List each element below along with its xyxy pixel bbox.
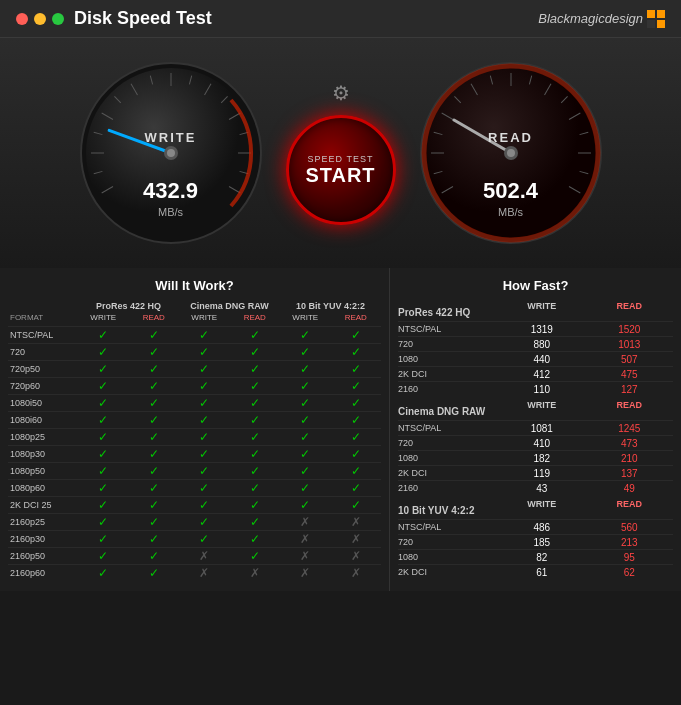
right-col-read-header: READ — [586, 499, 674, 518]
write-gauge: WRITE 432.9 MB/s — [76, 58, 266, 248]
check-yes-icon: ✓ — [250, 464, 260, 478]
minimize-button[interactable] — [34, 13, 46, 25]
check-cell: ✓ — [230, 430, 281, 444]
check-cell: ✓ — [129, 498, 180, 512]
close-button[interactable] — [16, 13, 28, 25]
check-cell: ✓ — [129, 379, 180, 393]
check-yes-icon: ✓ — [149, 566, 159, 580]
check-cell: ✓ — [230, 447, 281, 461]
check-no-icon: ✗ — [351, 532, 361, 546]
check-cell: ✓ — [331, 481, 382, 495]
check-yes-icon: ✓ — [351, 328, 361, 342]
check-cell: ✓ — [129, 566, 180, 580]
check-yes-icon: ✓ — [149, 413, 159, 427]
check-cell: ✓ — [179, 328, 230, 342]
check-cell: ✗ — [331, 549, 382, 563]
check-cell: ✗ — [179, 566, 230, 580]
check-yes-icon: ✓ — [98, 345, 108, 359]
brand-icon — [647, 10, 665, 28]
check-cell: ✗ — [179, 549, 230, 563]
right-table-row: 1080440507 — [398, 351, 673, 366]
check-cell: ✓ — [230, 515, 281, 529]
check-yes-icon: ✓ — [250, 549, 260, 563]
settings-icon[interactable]: ⚙ — [332, 81, 350, 105]
right-row-read: 475 — [586, 369, 674, 380]
check-no-icon: ✗ — [199, 566, 209, 580]
right-row-read: 137 — [586, 468, 674, 479]
check-yes-icon: ✓ — [351, 447, 361, 461]
right-col-read-header: READ — [586, 301, 674, 320]
read-gauge: READ 502.4 MB/s — [416, 58, 606, 248]
check-yes-icon: ✓ — [250, 328, 260, 342]
read-gauge-svg — [416, 58, 606, 248]
check-cell: ✓ — [230, 362, 281, 376]
check-yes-icon: ✓ — [199, 481, 209, 495]
check-yes-icon: ✓ — [300, 396, 310, 410]
table-row: NTSC/PAL✓✓✓✓✓✓ — [8, 326, 381, 343]
check-yes-icon: ✓ — [199, 430, 209, 444]
right-row-label: 2160 — [398, 384, 498, 394]
check-cell: ✓ — [230, 498, 281, 512]
check-cell: ✓ — [78, 430, 129, 444]
check-cell: ✓ — [331, 328, 382, 342]
check-cell: ✓ — [230, 549, 281, 563]
right-row-label: 2K DCI — [398, 468, 498, 478]
check-cell: ✓ — [129, 464, 180, 478]
check-yes-icon: ✓ — [250, 447, 260, 461]
check-cell: ✓ — [179, 498, 230, 512]
check-cell: ✓ — [331, 345, 382, 359]
check-yes-icon: ✓ — [98, 430, 108, 444]
start-button[interactable]: SPEED TEST START — [286, 115, 396, 225]
right-group-label: ProRes 422 HQ — [398, 307, 498, 318]
check-yes-icon: ✓ — [250, 498, 260, 512]
check-yes-icon: ✓ — [149, 396, 159, 410]
right-row-read: 507 — [586, 354, 674, 365]
right-table-row: NTSC/PAL10811245 — [398, 420, 673, 435]
right-table-row: 1080182210 — [398, 450, 673, 465]
right-group-header: 10 Bit YUV 4:2:2WRITEREAD — [398, 499, 673, 518]
check-cell: ✓ — [78, 532, 129, 546]
right-row-label: 720 — [398, 339, 498, 349]
check-cell: ✓ — [179, 464, 230, 478]
check-cell: ✓ — [280, 430, 331, 444]
check-yes-icon: ✓ — [98, 566, 108, 580]
maximize-button[interactable] — [52, 13, 64, 25]
check-yes-icon: ✓ — [300, 430, 310, 444]
check-yes-icon: ✓ — [250, 396, 260, 410]
left-table: Will It Work? ProRes 422 HQ Cinema DNG R… — [0, 268, 390, 591]
table-row: 1080p30✓✓✓✓✓✓ — [8, 445, 381, 462]
table-row: 1080i60✓✓✓✓✓✓ — [8, 411, 381, 428]
check-cell: ✓ — [179, 447, 230, 461]
check-cell: ✓ — [129, 532, 180, 546]
table-row: 1080p25✓✓✓✓✓✓ — [8, 428, 381, 445]
right-row-write: 185 — [498, 537, 586, 548]
right-col-write-header: WRITE — [498, 301, 586, 320]
app-title: Disk Speed Test — [74, 8, 212, 29]
svg-point-21 — [167, 149, 175, 157]
check-no-icon: ✗ — [351, 549, 361, 563]
check-cell: ✓ — [179, 413, 230, 427]
check-yes-icon: ✓ — [98, 532, 108, 546]
check-yes-icon: ✓ — [199, 345, 209, 359]
check-yes-icon: ✓ — [199, 532, 209, 546]
right-row-label: 1080 — [398, 552, 498, 562]
check-cell: ✓ — [331, 464, 382, 478]
right-row-read: 473 — [586, 438, 674, 449]
check-yes-icon: ✓ — [149, 549, 159, 563]
format-cell: 1080p60 — [8, 483, 78, 493]
left-group1: ProRes 422 HQ — [78, 301, 179, 311]
check-yes-icon: ✓ — [98, 362, 108, 376]
check-yes-icon: ✓ — [351, 379, 361, 393]
check-yes-icon: ✓ — [250, 515, 260, 529]
check-yes-icon: ✓ — [149, 447, 159, 461]
table-row: 1080p50✓✓✓✓✓✓ — [8, 462, 381, 479]
format-cell: 720p60 — [8, 381, 78, 391]
check-cell: ✓ — [129, 345, 180, 359]
check-cell: ✗ — [280, 532, 331, 546]
check-cell: ✓ — [230, 379, 281, 393]
check-cell: ✗ — [280, 566, 331, 580]
table-row: 1080i50✓✓✓✓✓✓ — [8, 394, 381, 411]
check-cell: ✓ — [280, 345, 331, 359]
check-cell: ✓ — [331, 430, 382, 444]
check-no-icon: ✗ — [250, 566, 260, 580]
